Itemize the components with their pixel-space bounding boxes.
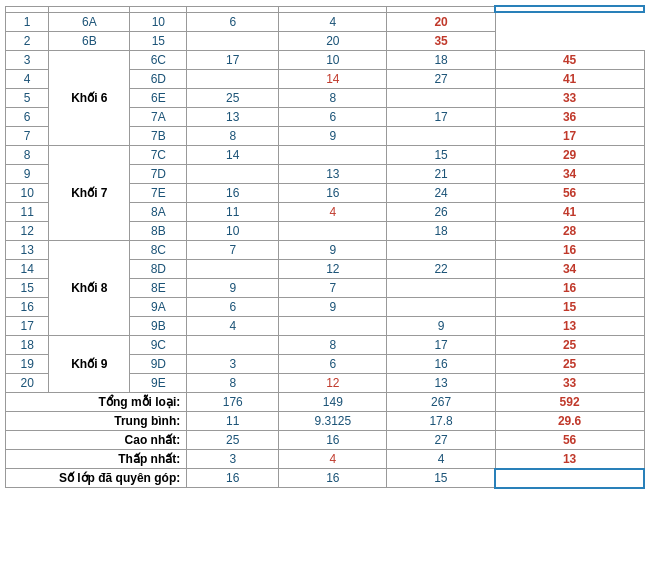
cell-lop: 8A: [130, 202, 187, 221]
cell-tin: 24: [387, 183, 495, 202]
cell-lop: 7D: [130, 164, 187, 183]
cell-tong: 41: [495, 202, 644, 221]
footer-total: [495, 469, 644, 488]
cell-tong: 28: [495, 221, 644, 240]
cell-toan: [187, 69, 279, 88]
cell-toan: [187, 164, 279, 183]
main-table: 16A10642026B1520353Khối 66C1710184546D14…: [5, 5, 645, 489]
cell-stt: 18: [6, 335, 49, 354]
cell-tong: 41: [495, 69, 644, 88]
cell-tin: 4: [279, 12, 387, 31]
cell-tong: 16: [495, 240, 644, 259]
footer-ngvan: 9.3125: [279, 411, 387, 430]
cell-stt: 9: [6, 164, 49, 183]
cell-stt: 4: [6, 69, 49, 88]
cell-lop: 7E: [130, 183, 187, 202]
footer-label: Tổng mỗi loại:: [6, 392, 187, 411]
cell-tong: 56: [495, 183, 644, 202]
cell-lop: 6B: [49, 31, 130, 50]
table-row: 16A106420: [6, 12, 645, 31]
cell-khoi: Khối 7: [49, 145, 130, 240]
cell-ngvan: 8: [279, 88, 387, 107]
table-row: 18Khối 99C81725: [6, 335, 645, 354]
cell-stt: 2: [6, 31, 49, 50]
cell-ngvan: 16: [279, 183, 387, 202]
cell-stt: 20: [6, 373, 49, 392]
table-row: 13Khối 88C7916: [6, 240, 645, 259]
footer-ngvan: 4: [279, 449, 387, 469]
footer-tin: 267: [387, 392, 495, 411]
cell-stt: 13: [6, 240, 49, 259]
footer-tin: 17.8: [387, 411, 495, 430]
cell-khoi: Khối 9: [49, 335, 130, 392]
cell-ngvan: 9: [279, 297, 387, 316]
cell-toan: 16: [187, 183, 279, 202]
cell-toan: [187, 335, 279, 354]
cell-lop: 9D: [130, 354, 187, 373]
cell-toan: 25: [187, 88, 279, 107]
cell-tong: 25: [495, 354, 644, 373]
cell-toan: 8: [187, 126, 279, 145]
cell-tong: 20: [387, 12, 495, 31]
cell-lop: 6E: [130, 88, 187, 107]
footer-total: 29.6: [495, 411, 644, 430]
cell-ngvan: 4: [279, 202, 387, 221]
cell-lop: 7B: [130, 126, 187, 145]
cell-tin: 16: [387, 354, 495, 373]
cell-lop: 9A: [130, 297, 187, 316]
cell-tin: [387, 278, 495, 297]
cell-tong: 29: [495, 145, 644, 164]
footer-toan: 16: [187, 469, 279, 488]
cell-toan: 17: [187, 50, 279, 69]
cell-lop: 7A: [130, 107, 187, 126]
footer-row: Thấp nhất:34413: [6, 449, 645, 469]
footer-ngvan: 16: [279, 430, 387, 449]
cell-lop: 9C: [130, 335, 187, 354]
cell-ngvan: 6: [187, 12, 279, 31]
cell-ngvan: 14: [279, 69, 387, 88]
cell-stt: 7: [6, 126, 49, 145]
cell-tin: 20: [279, 31, 387, 50]
footer-tin: 27: [387, 430, 495, 449]
cell-ngvan: 8: [279, 335, 387, 354]
cell-tin: 13: [387, 373, 495, 392]
cell-toan: [187, 259, 279, 278]
cell-ngvan: [279, 221, 387, 240]
cell-lop: 8C: [130, 240, 187, 259]
cell-tin: 17: [387, 335, 495, 354]
footer-total: 592: [495, 392, 644, 411]
cell-ngvan: [279, 316, 387, 335]
cell-toan: 3: [187, 354, 279, 373]
footer-tin: 15: [387, 469, 495, 488]
table-row: 3Khối 66C17101845: [6, 50, 645, 69]
cell-khoi: Khối 8: [49, 240, 130, 335]
cell-stt: 17: [6, 316, 49, 335]
footer-toan: 3: [187, 449, 279, 469]
cell-tin: [387, 297, 495, 316]
cell-toan: 8: [187, 373, 279, 392]
cell-tin: 26: [387, 202, 495, 221]
cell-stt: 10: [6, 183, 49, 202]
cell-tin: 22: [387, 259, 495, 278]
footer-total: 13: [495, 449, 644, 469]
cell-lop: 8E: [130, 278, 187, 297]
cell-stt: 6: [6, 107, 49, 126]
cell-stt: 3: [6, 50, 49, 69]
cell-khoi: Khối 6: [49, 50, 130, 145]
footer-label: Thấp nhất:: [6, 449, 187, 469]
cell-tin: 18: [387, 50, 495, 69]
cell-stt: 16: [6, 297, 49, 316]
cell-tong: 16: [495, 278, 644, 297]
cell-tin: 9: [387, 316, 495, 335]
cell-toan: 10: [187, 221, 279, 240]
cell-ngvan: 13: [279, 164, 387, 183]
cell-lop: 6D: [130, 69, 187, 88]
cell-stt: 15: [6, 278, 49, 297]
cell-toan: 9: [187, 278, 279, 297]
cell-ngvan: [279, 145, 387, 164]
cell-lop: 6C: [130, 50, 187, 69]
cell-stt: 5: [6, 88, 49, 107]
cell-lop: 7C: [130, 145, 187, 164]
cell-tin: 21: [387, 164, 495, 183]
header-tong: [495, 6, 644, 12]
